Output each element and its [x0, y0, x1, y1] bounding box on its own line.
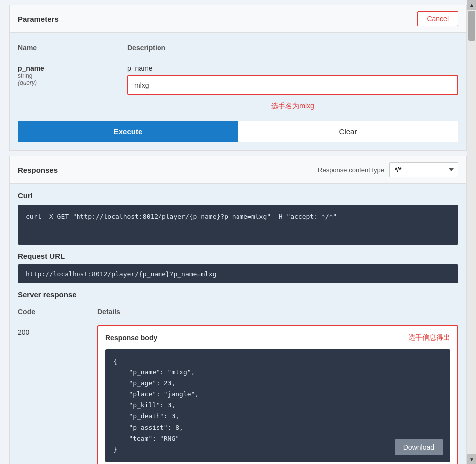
details-col-header: Details [97, 308, 458, 316]
parameters-section: Parameters Cancel Name Description p_nam… [9, 5, 467, 151]
param-desc-col: p_name 选手名为mlxg [127, 64, 458, 114]
curl-section: Curl curl -X GET "http://localhost:8012/… [10, 184, 466, 464]
response-table-header: Code Details [18, 304, 458, 320]
url-block: http://localhost:8012/player/{p_name}?p_… [18, 264, 458, 283]
param-location: (query) [18, 79, 119, 86]
response-json-content: { "p_name": "mlxg", "p_age": 23, "place"… [113, 356, 442, 455]
content-type-select[interactable]: */* application/json text/plain [389, 162, 458, 177]
name-col-header: Name [18, 44, 127, 52]
scrollbar: ▲ ▼ [467, 0, 476, 464]
server-response-label: Server response [18, 290, 458, 299]
param-desc-label: p_name [127, 64, 458, 72]
response-body-hint: 选手信息得出 [408, 333, 450, 342]
param-type: string [18, 72, 119, 79]
response-code: 200 [18, 325, 97, 336]
scrollbar-thumb[interactable] [468, 11, 475, 41]
scrollbar-up[interactable]: ▲ [467, 0, 476, 10]
code-col-header: Code [18, 308, 97, 316]
param-hint: 选手名为mlxg [127, 99, 458, 114]
content-type-row: Response content type */* application/js… [318, 162, 458, 177]
params-row: p_name string (query) p_name 选手名为mlxg [18, 64, 458, 114]
action-buttons: Execute Clear [18, 121, 458, 142]
parameters-header: Parameters Cancel [10, 5, 466, 33]
request-url-label: Request URL [18, 252, 458, 260]
response-details: Response body 选手信息得出 { "p_name": "mlxg",… [97, 325, 458, 464]
curl-label: Curl [18, 191, 458, 200]
content-type-label: Response content type [318, 166, 384, 174]
param-input-wrapper [127, 75, 458, 95]
response-row: 200 Response body 选手信息得出 { "p_name": "ml… [18, 325, 458, 464]
desc-col-header: Description [127, 44, 458, 52]
download-button[interactable]: Download [395, 439, 443, 455]
response-json: { "p_name": "mlxg", "p_age": 23, "place"… [105, 349, 450, 462]
params-table-header: Name Description [18, 41, 458, 57]
curl-code-block: curl -X GET "http://localhost:8012/playe… [18, 205, 458, 245]
responses-section: Responses Response content type */* appl… [9, 156, 467, 464]
responses-title: Responses [18, 166, 58, 174]
cancel-button[interactable]: Cancel [417, 11, 458, 26]
scrollbar-track [467, 10, 476, 454]
parameters-title: Parameters [18, 15, 59, 23]
param-input[interactable] [128, 76, 457, 94]
param-name-col: p_name string (query) [18, 64, 127, 86]
responses-header: Responses Response content type */* appl… [10, 156, 466, 184]
parameters-body: Name Description p_name string (query) p… [10, 33, 466, 150]
response-body-label: Response body [105, 334, 157, 342]
clear-button[interactable]: Clear [238, 121, 458, 142]
param-name: p_name [18, 64, 119, 72]
scrollbar-down[interactable]: ▼ [467, 454, 476, 464]
execute-button[interactable]: Execute [18, 121, 238, 142]
